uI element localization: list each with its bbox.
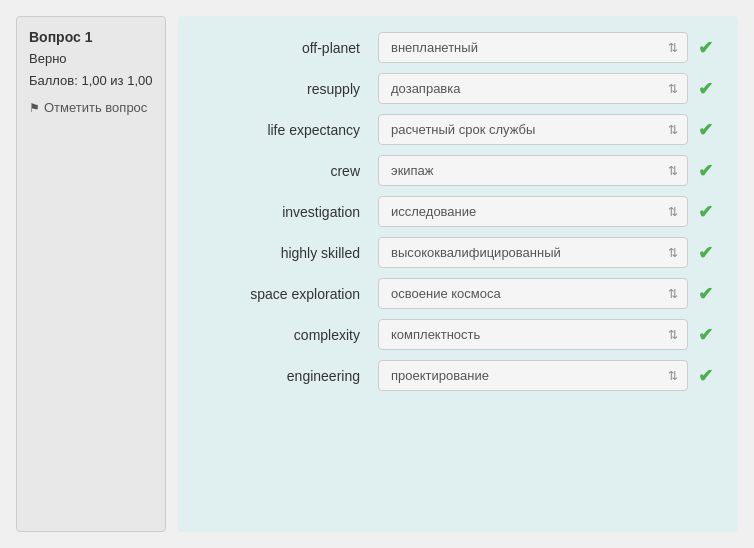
select-wrapper: освоение космоса⇅ <box>378 278 688 309</box>
term-label: space exploration <box>198 286 368 302</box>
term-label: crew <box>198 163 368 179</box>
translation-select-8[interactable]: проектирование <box>378 360 688 391</box>
translation-select-7[interactable]: комплектность <box>378 319 688 350</box>
correct-check-icon: ✔ <box>698 365 718 387</box>
select-wrapper: дозаправка⇅ <box>378 73 688 104</box>
select-wrapper: проектирование⇅ <box>378 360 688 391</box>
correct-check-icon: ✔ <box>698 78 718 100</box>
correct-check-icon: ✔ <box>698 283 718 305</box>
correct-check-icon: ✔ <box>698 37 718 59</box>
table-row: complexityкомплектность⇅✔ <box>198 319 718 350</box>
flag-question-button[interactable]: ⚑ Отметить вопрос <box>29 100 153 115</box>
table-row: space explorationосвоение космоса⇅✔ <box>198 278 718 309</box>
term-label: off-planet <box>198 40 368 56</box>
table-row: resupplyдозаправка⇅✔ <box>198 73 718 104</box>
select-wrapper: комплектность⇅ <box>378 319 688 350</box>
select-wrapper: внепланетный⇅ <box>378 32 688 63</box>
flag-label[interactable]: Отметить вопрос <box>44 100 147 115</box>
page-wrapper: Вопрос 1 Верно Баллов: 1,00 из 1,00 ⚑ От… <box>0 0 754 548</box>
correct-check-icon: ✔ <box>698 119 718 141</box>
translation-select-0[interactable]: внепланетный <box>378 32 688 63</box>
select-wrapper: расчетный срок службы⇅ <box>378 114 688 145</box>
correct-check-icon: ✔ <box>698 242 718 264</box>
table-row: off-planetвнепланетный⇅✔ <box>198 32 718 63</box>
sidebar: Вопрос 1 Верно Баллов: 1,00 из 1,00 ⚑ От… <box>16 16 166 532</box>
term-label: engineering <box>198 368 368 384</box>
select-wrapper: экипаж⇅ <box>378 155 688 186</box>
translation-select-2[interactable]: расчетный срок службы <box>378 114 688 145</box>
select-wrapper: высококвалифицированный⇅ <box>378 237 688 268</box>
correct-check-icon: ✔ <box>698 201 718 223</box>
translation-select-4[interactable]: исследование <box>378 196 688 227</box>
term-label: complexity <box>198 327 368 343</box>
match-rows-container: off-planetвнепланетный⇅✔resupplyдозаправ… <box>198 32 718 391</box>
correct-label: Верно <box>29 51 153 66</box>
term-label: resupply <box>198 81 368 97</box>
translation-select-5[interactable]: высококвалифицированный <box>378 237 688 268</box>
term-label: investigation <box>198 204 368 220</box>
table-row: crewэкипаж⇅✔ <box>198 155 718 186</box>
correct-check-icon: ✔ <box>698 160 718 182</box>
term-label: life expectancy <box>198 122 368 138</box>
table-row: highly skilledвысококвалифицированный⇅✔ <box>198 237 718 268</box>
translation-select-1[interactable]: дозаправка <box>378 73 688 104</box>
main-content: off-planetвнепланетный⇅✔resupplyдозаправ… <box>178 16 738 532</box>
translation-select-6[interactable]: освоение космоса <box>378 278 688 309</box>
score-label: Баллов: 1,00 из 1,00 <box>29 72 153 90</box>
term-label: highly skilled <box>198 245 368 261</box>
translation-select-3[interactable]: экипаж <box>378 155 688 186</box>
table-row: investigationисследование⇅✔ <box>198 196 718 227</box>
table-row: life expectancyрасчетный срок службы⇅✔ <box>198 114 718 145</box>
table-row: engineeringпроектирование⇅✔ <box>198 360 718 391</box>
flag-icon: ⚑ <box>29 101 40 115</box>
correct-check-icon: ✔ <box>698 324 718 346</box>
select-wrapper: исследование⇅ <box>378 196 688 227</box>
question-number: Вопрос 1 <box>29 29 153 45</box>
